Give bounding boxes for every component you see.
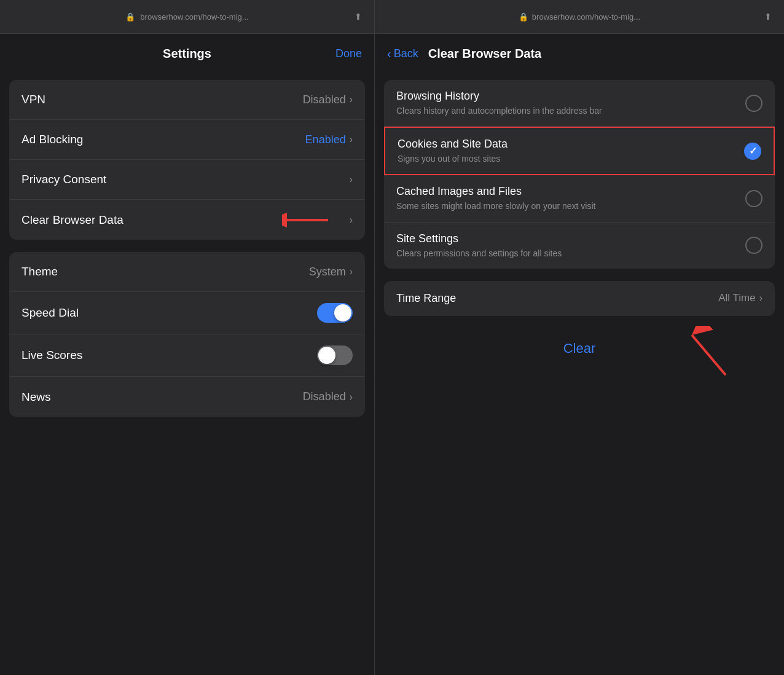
clear-section: Clear: [384, 328, 775, 369]
vpn-chevron: ›: [350, 94, 353, 105]
back-button[interactable]: ‹ Back: [387, 47, 418, 61]
left-reload-icon[interactable]: ⬆: [355, 12, 362, 22]
settings-item-speed-dial[interactable]: Speed Dial: [9, 292, 365, 334]
right-lock-icon: 🔒: [519, 12, 528, 22]
news-value-group: Disabled ›: [303, 390, 353, 403]
right-url-text: browserhow.com/how-to-mig...: [532, 12, 640, 22]
time-range-chevron: ›: [759, 293, 762, 304]
cookies-site-data-item[interactable]: Cookies and Site Data Signs you out of m…: [385, 128, 774, 174]
speed-dial-toggle[interactable]: [317, 303, 353, 323]
clear-browser-data-value-group: ›: [350, 215, 353, 226]
settings-item-theme[interactable]: Theme System ›: [9, 252, 365, 292]
privacy-consent-chevron: ›: [350, 174, 353, 185]
settings-item-vpn[interactable]: VPN Disabled ›: [9, 80, 365, 120]
back-chevron-icon: ‹: [387, 47, 391, 61]
site-settings-title: Site Settings: [396, 232, 745, 245]
news-chevron: ›: [350, 392, 353, 403]
done-button[interactable]: Done: [335, 47, 362, 60]
cached-images-content: Cached Images and Files Some sites might…: [396, 185, 745, 211]
cookies-site-data-title: Cookies and Site Data: [398, 138, 744, 151]
privacy-consent-value-group: ›: [350, 174, 353, 185]
cookies-site-data-radio[interactable]: [744, 143, 761, 160]
site-settings-subtitle: Clears permissions and settings for all …: [396, 248, 745, 259]
privacy-consent-label: Privacy Consent: [22, 173, 106, 186]
browsing-history-item[interactable]: Browsing History Clears history and auto…: [384, 80, 775, 127]
time-range-label: Time Range: [396, 292, 456, 305]
speed-dial-toggle-knob: [334, 304, 351, 322]
ad-blocking-value: Enabled: [305, 133, 346, 146]
vpn-value: Disabled: [303, 93, 346, 106]
settings-item-privacy-consent[interactable]: Privacy Consent ›: [9, 160, 365, 200]
live-scores-toggle-knob: [318, 347, 335, 364]
left-lock-icon: 🔒: [125, 12, 135, 22]
site-settings-item[interactable]: Site Settings Clears permissions and set…: [384, 223, 775, 269]
cookies-site-data-content: Cookies and Site Data Signs you out of m…: [398, 138, 744, 164]
left-panel: 🔒 browserhow.com/how-to-mig... ⬆ Setting…: [0, 0, 375, 675]
speed-dial-label: Speed Dial: [22, 306, 79, 320]
settings-header: Settings Done: [0, 34, 374, 74]
theme-label: Theme: [22, 265, 58, 278]
live-scores-toggle[interactable]: [317, 345, 353, 365]
site-settings-content: Site Settings Clears permissions and set…: [396, 232, 745, 259]
clear-browser-data-title: Clear Browser Data: [428, 47, 542, 61]
theme-chevron: ›: [350, 266, 353, 277]
settings-item-ad-blocking[interactable]: Ad Blocking Enabled ›: [9, 120, 365, 160]
clear-button[interactable]: Clear: [563, 341, 596, 357]
browsing-history-radio[interactable]: [745, 95, 762, 112]
cached-images-subtitle: Some sites might load more slowly on you…: [396, 200, 745, 211]
news-label: News: [22, 390, 51, 404]
settings-title: Settings: [163, 47, 211, 61]
vpn-label: VPN: [22, 93, 45, 106]
theme-value: System: [309, 266, 346, 278]
time-range-value-group: All Time ›: [718, 292, 762, 304]
settings-item-news[interactable]: News Disabled ›: [9, 377, 365, 417]
left-url-bar: 🔒 browserhow.com/how-to-mig... ⬆: [0, 0, 374, 34]
news-value: Disabled: [303, 390, 346, 403]
left-url-text: browserhow.com/how-to-mig...: [140, 12, 248, 22]
clear-options-group: Browsing History Clears history and auto…: [384, 80, 775, 269]
right-panel: 🔒 browserhow.com/how-to-mig... ⬆ ‹ Back …: [375, 0, 784, 675]
theme-value-group: System ›: [309, 266, 353, 278]
cached-images-radio[interactable]: [745, 190, 762, 207]
settings-group-1: VPN Disabled › Ad Blocking Enabled › Pri…: [9, 80, 365, 240]
settings-item-clear-browser-data[interactable]: Clear Browser Data ›: [9, 200, 365, 240]
svg-line-3: [692, 335, 726, 375]
clear-browser-data-label: Clear Browser Data: [22, 213, 123, 227]
ad-blocking-label: Ad Blocking: [22, 133, 83, 146]
red-arrow-annotation: [282, 208, 331, 232]
cached-images-title: Cached Images and Files: [396, 185, 745, 198]
right-content: Browsing History Clears history and auto…: [375, 74, 784, 675]
browsing-history-title: Browsing History: [396, 90, 745, 103]
settings-item-live-scores[interactable]: Live Scores: [9, 334, 365, 377]
settings-group-2: Theme System › Speed Dial Live Scores: [9, 252, 365, 417]
site-settings-radio[interactable]: [745, 237, 762, 254]
settings-list: VPN Disabled › Ad Blocking Enabled › Pri…: [0, 74, 374, 675]
vpn-value-group: Disabled ›: [303, 93, 353, 106]
ad-blocking-chevron: ›: [350, 134, 353, 145]
browsing-history-subtitle: Clears history and autocompletions in th…: [396, 105, 745, 116]
right-header: ‹ Back Clear Browser Data: [375, 34, 784, 74]
cookies-site-data-subtitle: Signs you out of most sites: [398, 153, 744, 164]
live-scores-label: Live Scores: [22, 349, 82, 362]
browsing-history-content: Browsing History Clears history and auto…: [396, 90, 745, 116]
ad-blocking-value-group: Enabled ›: [305, 133, 353, 146]
clear-browser-data-chevron: ›: [350, 215, 353, 226]
cached-images-item[interactable]: Cached Images and Files Some sites might…: [384, 175, 775, 222]
time-range-value: All Time: [718, 292, 755, 304]
time-range-section[interactable]: Time Range All Time ›: [384, 281, 775, 316]
back-label: Back: [394, 47, 418, 60]
clear-red-arrow: [658, 326, 738, 381]
right-url-bar: 🔒 browserhow.com/how-to-mig... ⬆: [375, 0, 784, 34]
cookies-group-highlighted: Cookies and Site Data Signs you out of m…: [384, 127, 775, 175]
right-reload-icon[interactable]: ⬆: [764, 12, 772, 22]
